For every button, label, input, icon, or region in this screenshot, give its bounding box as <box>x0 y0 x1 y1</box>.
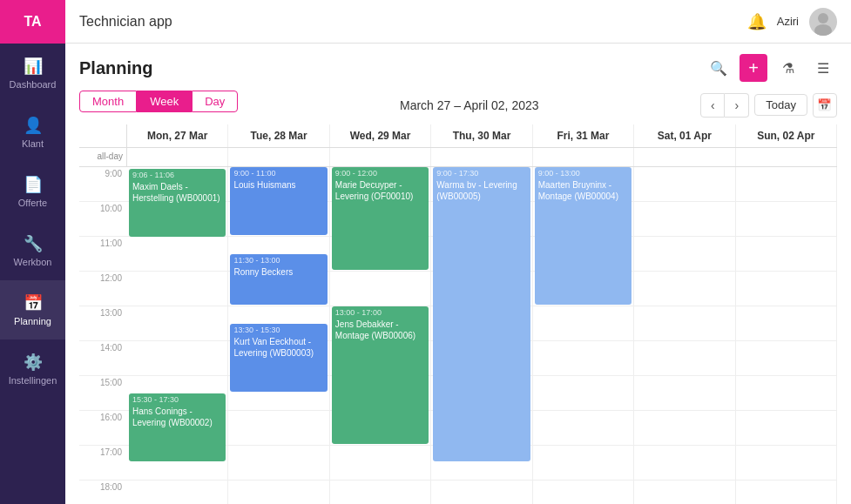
day-header-1: Tue, 28 Mar <box>228 124 329 147</box>
event-title: Marie Decuyper - Levering (OF00010) <box>335 179 425 202</box>
day-header-4: Fri, 31 Mar <box>533 124 634 147</box>
time-cell-4-6 <box>533 376 633 411</box>
menu-button[interactable]: ☰ <box>809 54 837 82</box>
time-cell-4-5 <box>533 341 633 376</box>
event-ev6[interactable]: 9:00 - 12:00Marie Decuyper - Levering (O… <box>332 167 429 270</box>
event-ev1[interactable]: 9:06 - 11:06Maxim Daels - Herstelling (W… <box>129 169 226 237</box>
event-ev8[interactable]: 9:00 - 17:30Warma bv - Levering (WB00005… <box>433 167 530 461</box>
time-cell-5-6 <box>634 376 734 411</box>
top-header: Technician app 🔔 Aziri <box>65 0 851 44</box>
page-title: Planning <box>79 58 152 78</box>
app-title: Technician app <box>79 14 737 30</box>
planning-header: Planning 🔍 + ⚗ ☰ <box>79 54 837 82</box>
event-ev9[interactable]: 9:00 - 13:00Maarten Bruyninx - Montage (… <box>535 167 631 305</box>
time-label-900: 9:00 <box>79 167 127 202</box>
filter-button[interactable]: ⚗ <box>774 54 802 82</box>
sidebar-item-werkbon[interactable]: 🔧Werkbon <box>0 221 65 280</box>
time-cell-3-9 <box>431 480 531 504</box>
event-time-label: 9:00 - 13:00 <box>538 169 628 179</box>
search-button[interactable]: 🔍 <box>705 54 733 82</box>
event-ev7[interactable]: 13:00 - 17:00Jens Debakker - Montage (WB… <box>332 306 429 444</box>
view-month-button[interactable]: Month <box>79 91 137 112</box>
day-header-3: Thu, 30 Mar <box>431 124 532 147</box>
time-cell-0-3 <box>127 272 227 306</box>
time-label-1100: 11:00 <box>79 237 127 272</box>
time-cell-5-4 <box>634 306 734 341</box>
time-label-1200: 12:00 <box>79 272 127 306</box>
time-cell-0-9 <box>127 480 227 504</box>
sidebar-label-werkbon: Werkbon <box>14 257 52 267</box>
sidebar-item-klant[interactable]: 👤Klant <box>0 103 65 162</box>
event-title: Jens Debakker - Montage (WB00006) <box>335 319 425 341</box>
event-time-label: 9:00 - 12:00 <box>335 169 425 179</box>
view-toggle: Month Week Day <box>79 91 238 112</box>
user-name: Aziri <box>777 15 799 28</box>
calendar-body: all-day 9:0010:0011:0012:0013:0014:0015:… <box>79 148 837 504</box>
calendar-container: Mon, 27 MarTue, 28 MarWed, 29 MarThu, 30… <box>79 124 837 504</box>
sidebar-item-planning[interactable]: 📅Planning <box>0 280 65 339</box>
time-cell-6-1 <box>736 202 836 237</box>
day-col-5 <box>634 167 735 504</box>
event-ev5[interactable]: 13:30 - 15:30Kurt Van Eeckhout - Leverin… <box>230 324 327 392</box>
planning-area: Planning 🔍 + ⚗ ☰ Month Week Day March 27… <box>65 44 851 504</box>
time-cell-6-6 <box>736 376 836 411</box>
day-header-0: Mon, 27 Mar <box>127 124 228 147</box>
sidebar-item-dashboard[interactable]: 📊Dashboard <box>0 44 65 103</box>
sidebar: TA 📊Dashboard👤Klant📄Offerte🔧Werkbon📅Plan… <box>0 0 65 504</box>
event-time-label: 13:30 - 15:30 <box>233 326 323 336</box>
day-col-4: 9:00 - 13:00Maarten Bruyninx - Montage (… <box>533 167 634 504</box>
event-time-label: 9:00 - 11:00 <box>233 169 323 179</box>
event-ev3[interactable]: 9:00 - 11:00Louis Huismans <box>230 167 327 235</box>
time-label-1400: 14:00 <box>79 341 127 376</box>
next-button[interactable]: › <box>725 93 749 118</box>
time-cell-6-3 <box>736 272 836 306</box>
time-cell-6-4 <box>736 306 836 341</box>
notification-icon[interactable]: 🔔 <box>747 12 767 31</box>
day-col-1: 9:00 - 11:00Louis Huismans11:30 - 13:00R… <box>228 167 329 504</box>
event-ev4[interactable]: 11:30 - 13:00Ronny Beckers <box>230 254 327 305</box>
time-cell-5-0 <box>634 167 734 202</box>
main-content: Technician app 🔔 Aziri Planning 🔍 + ⚗ ☰ … <box>65 0 851 504</box>
view-week-button[interactable]: Week <box>137 91 192 112</box>
time-cell-4-7 <box>533 411 633 446</box>
time-label-1600: 16:00 <box>79 411 127 446</box>
app-logo: TA <box>0 0 65 44</box>
time-cell-6-9 <box>736 480 836 504</box>
time-cell-6-7 <box>736 411 836 446</box>
event-title: Maarten Bruyninx - Montage (WB00004) <box>538 179 628 202</box>
event-ev2[interactable]: 15:30 - 17:30Hans Conings - Levering (WB… <box>129 393 226 461</box>
time-cell-2-9 <box>330 480 430 504</box>
time-cell-0-4 <box>127 306 227 341</box>
calendar-picker-button[interactable]: 📅 <box>813 93 837 118</box>
add-button[interactable]: + <box>740 54 767 82</box>
time-cell-0-2 <box>127 237 227 272</box>
date-range-label: March 27 – April 02, 2023 <box>400 98 539 112</box>
sidebar-item-offerte[interactable]: 📄Offerte <box>0 162 65 221</box>
prev-button[interactable]: ‹ <box>700 93 725 118</box>
planning-actions: 🔍 + ⚗ ☰ <box>705 54 837 82</box>
view-day-button[interactable]: Day <box>192 91 238 112</box>
dashboard-icon: 📊 <box>24 57 43 76</box>
time-cell-5-1 <box>634 202 734 237</box>
time-cell-5-9 <box>634 480 734 504</box>
time-label-1500: 15:00 <box>79 376 127 411</box>
sidebar-item-instellingen[interactable]: ⚙️Instellingen <box>0 339 65 399</box>
calendar-header-row: Mon, 27 MarTue, 28 MarWed, 29 MarThu, 30… <box>79 124 837 148</box>
allday-wed <box>330 148 431 166</box>
event-time-label: 11:30 - 13:00 <box>233 256 323 266</box>
event-title: Warma bv - Levering (WB00005) <box>436 179 526 202</box>
time-cell-4-4 <box>533 306 633 341</box>
event-time-label: 13:00 - 17:00 <box>335 308 425 319</box>
day-col-0: 9:06 - 11:06Maxim Daels - Herstelling (W… <box>127 167 228 504</box>
time-header-spacer <box>79 124 127 147</box>
time-labels-col: 9:0010:0011:0012:0013:0014:0015:0016:001… <box>79 167 127 504</box>
allday-fri <box>533 148 634 166</box>
time-cell-2-3 <box>330 272 430 306</box>
event-time-label: 15:30 - 17:30 <box>132 395 222 406</box>
time-cell-5-5 <box>634 341 734 376</box>
today-button[interactable]: Today <box>754 94 807 116</box>
time-cell-5-8 <box>634 446 734 480</box>
header-icons: 🔔 Aziri <box>747 8 837 36</box>
svg-point-1 <box>814 24 832 36</box>
event-title: Hans Conings - Levering (WB00002) <box>132 406 222 428</box>
